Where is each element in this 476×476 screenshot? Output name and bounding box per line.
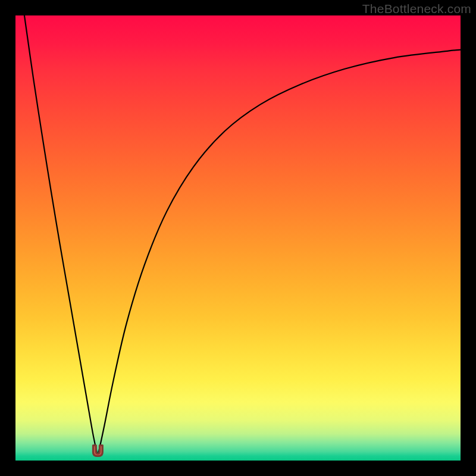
watermark-text: TheBottleneck.com (362, 2, 471, 16)
left-branch-curve (24, 15, 98, 456)
right-branch-curve (98, 50, 461, 456)
plot-frame (15, 15, 461, 461)
valley-marker-icon (93, 446, 102, 456)
bottleneck-plot (15, 15, 461, 461)
curves-layer (15, 15, 461, 461)
